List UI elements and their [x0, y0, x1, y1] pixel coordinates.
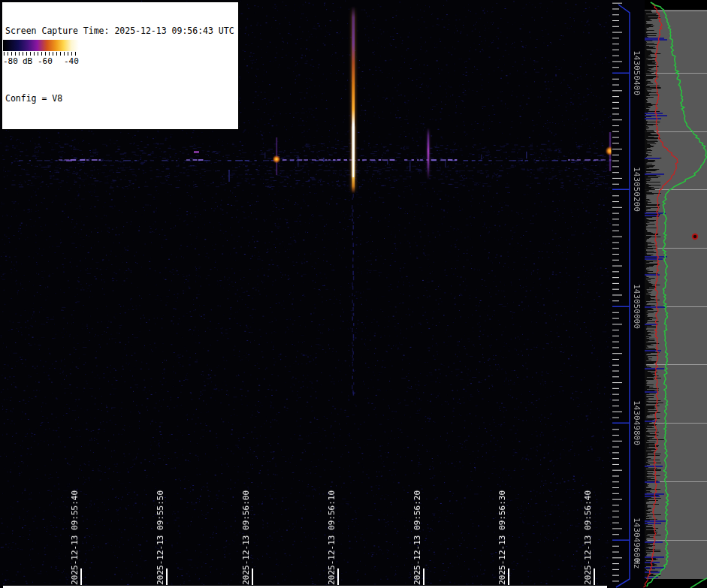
time-tick-label: 2025-12-13 09:56:30 — [497, 490, 509, 585]
spectrogram-screen-capture: Screen Capture Time: 2025-12-13 09:56:43… — [0, 0, 707, 588]
time-tick-label: 2025-12-13 09:56:10 — [326, 490, 338, 585]
time-tick-label: 2025-12-13 09:56:00 — [240, 490, 252, 585]
frequency-tick-label: 143050000 — [631, 284, 642, 329]
config-text: Config = V8 — [5, 93, 234, 104]
db-label-min: -80 — [3, 56, 18, 66]
time-tick-label: 2025-12-13 09:55:40 — [69, 490, 81, 585]
frequency-tick-label: 143050200 — [631, 167, 642, 212]
frequency-tick-label: 143049800 — [631, 400, 642, 445]
frequency-tick-label: 143049600 — [631, 517, 642, 562]
db-label-mid: -60 — [38, 56, 53, 66]
frequency-tick-label: 143050400 — [631, 50, 642, 95]
time-tick-label: 2025-12-13 09:55:50 — [155, 490, 167, 585]
colormap-labels: -80 dB -60 -40 — [2, 56, 80, 67]
db-unit-label: dB — [23, 56, 32, 66]
capture-time-text: Screen Capture Time: 2025-12-13 09:56:43… — [5, 26, 234, 37]
db-label-max: -40 — [64, 56, 79, 66]
colormap-gradient — [3, 40, 79, 51]
db-color-scale: -80 dB -60 -40 — [2, 39, 80, 68]
time-tick-label: 2025-12-13 09:56:20 — [412, 490, 424, 585]
colormap-ticks — [4, 52, 79, 56]
frequency-unit-label: Hz — [631, 559, 642, 568]
time-tick-label: 2025-12-13 09:56:40 — [582, 490, 594, 585]
